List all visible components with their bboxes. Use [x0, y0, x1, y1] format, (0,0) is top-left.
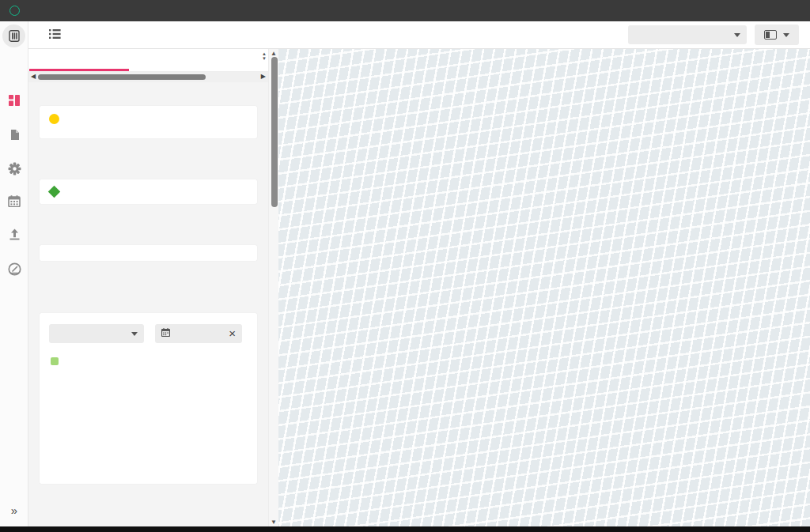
chart-legend — [51, 357, 248, 365]
legend-swatch-icon — [51, 357, 59, 365]
active-tab-underline — [29, 69, 129, 71]
chevron-down-icon — [734, 33, 740, 37]
vertical-scroll-thumb[interactable] — [271, 57, 278, 207]
from-filter: × — [155, 321, 242, 343]
sidebar-item-performance-gauge[interactable] — [0, 262, 28, 276]
layout-toggle-button[interactable] — [755, 25, 799, 45]
panel-tab-bar: ▲▼ — [28, 49, 268, 72]
sidebar-item-upload[interactable] — [0, 228, 28, 240]
expand-rail-button[interactable]: » — [0, 504, 28, 517]
left-icon-rail: » — [0, 21, 28, 526]
energy-bar-chart — [49, 373, 248, 484]
tab-scroll-arrows[interactable]: ▲▼ — [262, 51, 267, 61]
sidebar-item-reports[interactable] — [0, 129, 28, 141]
range-select[interactable] — [49, 324, 144, 343]
city-map[interactable] — [278, 49, 810, 526]
scroll-right-icon[interactable]: ▶ — [261, 73, 266, 80]
map-overlay-svg — [278, 49, 810, 526]
calendar-icon — [161, 328, 170, 339]
chevron-down-icon — [131, 332, 138, 336]
bottom-black-strip — [0, 526, 810, 532]
marker-diamond-icon — [48, 186, 61, 198]
chevron-down-icon — [783, 33, 789, 37]
from-date-input[interactable]: × — [155, 324, 242, 343]
scroll-down-icon[interactable]: ▼ — [271, 519, 277, 526]
range-filter — [49, 321, 144, 343]
signify-s-icon — [9, 6, 20, 16]
marker-status-card — [40, 179, 257, 204]
signify-interact-logo[interactable] — [9, 6, 26, 16]
connected-status-dot-icon — [49, 114, 59, 124]
sidebar-item-schedules-calendar[interactable] — [0, 195, 28, 207]
sidebar-item-settings[interactable] — [0, 162, 28, 175]
split-layout-icon — [764, 30, 777, 40]
clear-date-icon[interactable]: × — [229, 330, 236, 338]
view-select[interactable] — [628, 25, 747, 44]
page-header — [28, 21, 810, 49]
panel-vertical-scrollbar[interactable]: ▲ ▼ — [268, 49, 278, 526]
horizontal-scroll-thumb[interactable] — [38, 74, 206, 80]
project-avatar[interactable] — [2, 25, 25, 47]
panel-horizontal-scrollbar[interactable]: ◀ ▶ — [28, 72, 268, 82]
scroll-left-icon[interactable]: ◀ — [31, 73, 36, 80]
overview-panel: ▲▼ ◀ ▶ — [28, 49, 268, 526]
top-bar — [0, 0, 810, 21]
energy-usage-card: × — [40, 313, 257, 484]
lighting-status-card — [40, 106, 257, 138]
scroll-up-icon[interactable]: ▲ — [271, 50, 277, 57]
arrow-down-icon: ▼ — [262, 56, 267, 61]
project-list-icon[interactable] — [49, 28, 61, 42]
cabinet-status-card — [40, 245, 257, 261]
sidebar-item-dashboard[interactable] — [0, 94, 28, 107]
